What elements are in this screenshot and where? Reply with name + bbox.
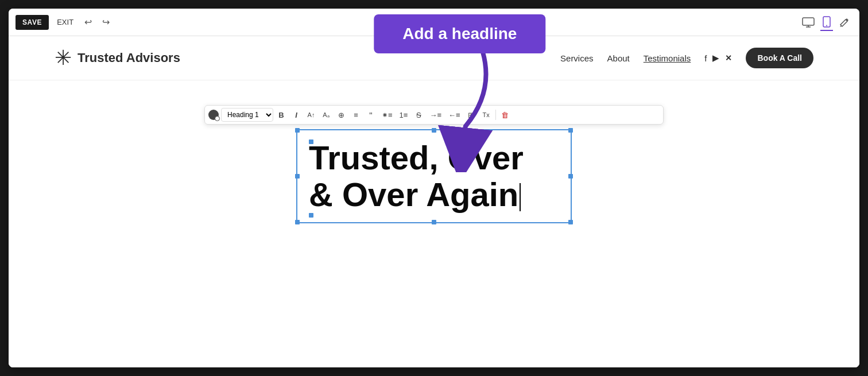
logo-text: Trusted Advisors (78, 51, 180, 65)
arrow-container (420, 46, 500, 175)
quote-button[interactable]: " (364, 108, 378, 122)
handle-middle-left (295, 174, 300, 179)
paint-icon (839, 17, 850, 28)
book-call-button[interactable]: Book A Call (746, 48, 813, 68)
align-button[interactable]: ≡ (349, 109, 363, 121)
heading-line2: & Over Again (309, 176, 518, 213)
nav-services[interactable]: Services (560, 53, 594, 63)
italic-button[interactable]: I (289, 109, 303, 121)
tooltip-overlay: Add a headline (374, 14, 545, 53)
handle-top-right (568, 128, 573, 133)
undo-icon: ↩ (84, 17, 92, 28)
ordered-list-button[interactable]: 1≡ (397, 109, 411, 121)
tooltip-box: Add a headline (374, 14, 545, 53)
paint-button[interactable] (836, 14, 852, 30)
mobile-icon (823, 16, 831, 28)
nav-about[interactable]: About (607, 53, 630, 63)
exit-button[interactable]: EXIT (53, 15, 77, 29)
unordered-list-button[interactable]: ⁕≡ (379, 109, 396, 121)
youtube-icon: ▶ (712, 53, 719, 63)
handle-top-left (295, 128, 300, 133)
site-logo: ✳ Trusted Advisors (55, 48, 180, 68)
handle-bottom-right (568, 220, 573, 224)
handle-middle-right (568, 174, 573, 179)
nav-links: Services About Testimonials f ▶ ✕ Book A… (560, 48, 813, 68)
mobile-view-button[interactable] (820, 14, 833, 31)
bold-button[interactable]: B (274, 109, 288, 121)
text-style-dot[interactable] (208, 110, 219, 120)
nav-social: f ▶ ✕ (704, 53, 732, 63)
heading-style-select[interactable]: Heading 1 Heading 2 Heading 3 Paragraph (221, 108, 273, 122)
redo-icon: ↪ (102, 17, 110, 28)
toolbar-right (800, 14, 852, 31)
handle-bottom-left (295, 220, 300, 224)
svg-rect-0 (803, 18, 814, 25)
editor-wrapper: SAVE EXIT ↩ ↪ Page · Published (9, 9, 859, 367)
handle-bottom-center (432, 220, 436, 224)
redo-button[interactable]: ↪ (99, 14, 113, 30)
nav-testimonials[interactable]: Testimonials (644, 53, 691, 63)
increase-size-button[interactable]: A↑ (304, 110, 318, 120)
svg-point-4 (826, 25, 827, 26)
decrease-size-button[interactable]: Aₐ (319, 110, 333, 121)
twitter-x-icon: ✕ (725, 53, 732, 63)
logo-asterisk-icon: ✳ (55, 48, 72, 68)
text-cursor (520, 183, 521, 211)
facebook-icon: f (704, 53, 707, 63)
undo-button[interactable]: ↩ (82, 14, 95, 30)
link-button[interactable]: ⊕ (334, 109, 348, 121)
desktop-icon (802, 17, 815, 28)
arrow-svg (420, 46, 500, 172)
delete-button[interactable]: 🗑 (498, 109, 512, 121)
desktop-view-button[interactable] (800, 15, 817, 30)
save-button[interactable]: SAVE (16, 15, 49, 30)
